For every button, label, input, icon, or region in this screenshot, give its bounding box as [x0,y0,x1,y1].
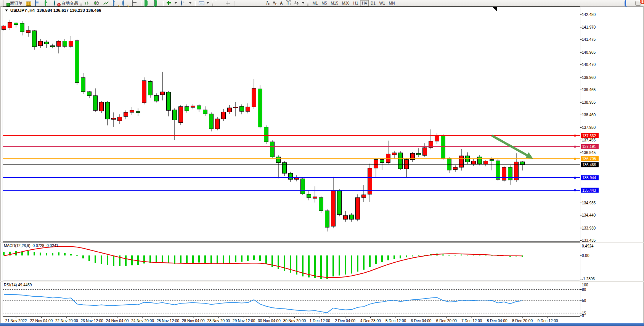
timeframe-button-m5[interactable]: M5 [320,0,329,6]
arrows-tool-button[interactable] [292,0,307,6]
collapse-icon[interactable] [5,10,8,11]
svg-text:139.465: 139.465 [582,88,596,92]
search-icon [625,0,626,6]
search-button[interactable] [623,0,632,6]
timeframe-button-h1[interactable]: H1 [351,0,360,6]
svg-text:0.00: 0.00 [582,254,589,258]
text-tool-icon: A [280,1,283,6]
svg-text:25 Nov 12:00: 25 Nov 12:00 [157,319,180,323]
svg-text:-1.2396: -1.2396 [582,277,595,281]
timeframe-button-mn[interactable]: MN [387,0,397,6]
svg-text:135.443: 135.443 [582,188,596,193]
line-chart-button[interactable] [101,0,111,6]
chart-shift-marker [493,7,497,11]
svg-text:24 Nov 20:00: 24 Nov 20:00 [131,319,154,323]
svg-text:1 Dec 12:00: 1 Dec 12:00 [310,319,330,323]
toolbar-right: 1 [623,0,642,6]
toolbar-separator [195,1,196,6]
timeframe-button-w1[interactable]: W1 [377,0,387,6]
svg-text:80: 80 [582,287,586,292]
svg-text:8 Dec 20:00: 8 Dec 20:00 [512,319,533,323]
indicators-icon [199,1,204,6]
candle-chart-button[interactable] [92,0,101,6]
candlesticks-layer [2,20,525,231]
toolbar-separator [141,1,141,6]
chart-frame [0,6,644,323]
chevron-down-icon [302,2,304,4]
chevron-down-icon [189,2,191,4]
svg-text:141.970: 141.970 [582,25,596,29]
macd-pane [3,246,523,279]
channel-tool-button[interactable]: ≡F [271,0,278,6]
chart-shift-icon [154,0,157,7]
new-order-icon [3,0,3,6]
signals-icon [45,0,46,6]
price-axis: 142.480141.970141.475140.965140.470139.9… [580,13,596,242]
rsi-axis: 1008050150 [3,283,589,318]
svg-text:28 Nov 04:00: 28 Nov 04:00 [182,319,205,323]
svg-text:9 Dec 12:00: 9 Dec 12:00 [537,319,558,323]
tile-windows-button[interactable] [130,0,140,6]
chart-shift-button[interactable] [152,0,162,6]
svg-text:4 Dec 23:00: 4 Dec 23:00 [360,319,381,323]
macd-indicator-label: MACD(12,26,9) -0.0728 -0.0241 [4,244,58,248]
cursor-tool-button[interactable] [214,0,223,6]
svg-text:137.455: 137.455 [582,138,596,142]
svg-text:137.191: 137.191 [582,145,596,149]
auto-trading-button[interactable]: 自动交易 [52,0,80,6]
label-tool-button[interactable]: T [284,0,292,6]
bar-chart-button[interactable] [82,0,92,6]
periods-button[interactable] [179,0,194,6]
zoom-in-button[interactable]: + [111,0,120,6]
clock-icon [181,0,182,6]
svg-text:24 Nov 04:00: 24 Nov 04:00 [106,319,129,323]
vertical-line-tool-button[interactable] [236,0,246,6]
channel-icon: ≡F [273,0,277,6]
crosshair-tool-button[interactable] [223,0,233,6]
text-tool-button[interactable]: A [278,0,284,6]
tile-windows-icon [132,0,133,6]
chevron-down-icon [175,2,177,4]
timeframe-button-d1[interactable]: D1 [369,0,377,6]
timeframe-button-h4[interactable]: H4 [360,0,369,6]
mt4-terminal: { "toolbar": { "new_order_label": "新订单",… [0,0,644,326]
signals-button[interactable] [43,0,52,6]
timeframe-button-m15[interactable]: M15 [329,0,340,6]
toolbar-grip [307,1,308,6]
trendline-tool-button[interactable] [255,0,265,6]
svg-text:140.965: 140.965 [582,50,596,55]
horizontal-line-tool-button[interactable] [246,0,255,6]
timeframe-button-m30[interactable]: M30 [340,0,351,6]
new-order-button[interactable]: 新订单 [1,0,24,6]
chart-canvas[interactable]: 142.480141.970141.475140.965140.470139.9… [0,0,644,326]
data-window-button[interactable] [33,0,43,6]
toolbar-separator [163,1,164,6]
market-watch-button[interactable] [24,0,33,6]
svg-text:6 Dec 04:00: 6 Dec 04:00 [411,319,431,323]
svg-text:30 Nov 04:00: 30 Nov 04:00 [258,319,281,323]
notifications-button[interactable]: 1 [634,0,642,6]
zoom-out-button[interactable]: - [120,0,130,6]
fibonacci-tool-button[interactable]: ƒE [265,0,271,6]
svg-text:136.705: 136.705 [582,157,596,161]
indicators-button[interactable] [197,0,211,6]
svg-text:136.466: 136.466 [582,163,596,167]
taskbar-strip [0,323,644,326]
toolbar-grip [212,1,213,6]
chevron-down-icon [207,2,209,4]
data-window-icon [35,0,36,6]
auto-trading-icon [54,0,55,6]
svg-text:133.435: 133.435 [582,238,596,242]
svg-text:141.475: 141.475 [582,37,596,42]
svg-text:134.440: 134.440 [582,213,596,217]
trend-arrow-annotation[interactable] [492,136,533,159]
bar-chart-icon [84,1,90,6]
timeframe-button-m1[interactable]: M1 [311,0,320,6]
svg-text:0.4924: 0.4924 [582,244,594,248]
svg-text:29 Nov 12:00: 29 Nov 12:00 [233,319,255,323]
svg-text:50: 50 [582,299,586,303]
svg-text:137.632: 137.632 [582,134,596,138]
new-chart-button[interactable] [165,0,179,6]
svg-text:138.460: 138.460 [582,113,596,117]
auto-scroll-button[interactable] [143,0,152,6]
